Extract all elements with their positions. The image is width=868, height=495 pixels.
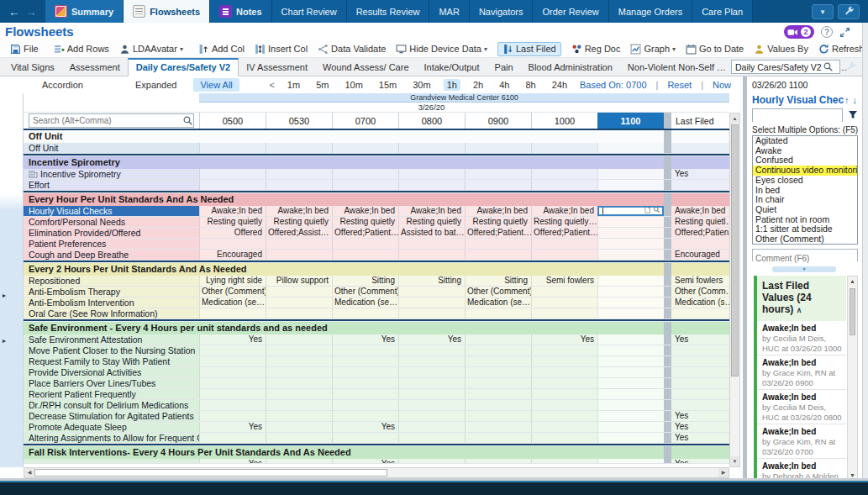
last-filed-button[interactable]: Last Filed <box>497 42 561 56</box>
last-filed-cell[interactable] <box>671 400 729 410</box>
row-label-reorient-patient-frequently[interactable]: Reorient Patient Frequently <box>24 389 199 399</box>
time-column-0500[interactable]: 0500 <box>199 113 266 129</box>
scroll-up-icon[interactable]: ▲ <box>848 278 857 284</box>
search-icon[interactable] <box>653 206 660 216</box>
cell-0900[interactable] <box>465 378 531 388</box>
cell-1100[interactable] <box>597 298 664 308</box>
last-filed-cell[interactable]: Yes <box>671 411 729 421</box>
cell-0800[interactable] <box>398 308 465 319</box>
cell-0500[interactable] <box>199 389 266 399</box>
cell-0700[interactable] <box>332 411 398 421</box>
search-icon[interactable] <box>823 61 834 72</box>
cell-0500[interactable]: Yes <box>199 422 266 432</box>
cell-1100[interactable] <box>597 276 664 286</box>
cell-1100[interactable] <box>597 239 664 249</box>
horizontal-scroll-thumb[interactable] <box>34 469 387 477</box>
cell-0900[interactable] <box>465 367 531 377</box>
cell-0900[interactable] <box>465 308 531 319</box>
option-other-comment[interactable]: Other (Comment) <box>753 234 857 245</box>
last-filed-cell[interactable] <box>671 378 729 388</box>
cell-0500[interactable]: Resting quietly <box>199 217 266 227</box>
cell-0900[interactable]: Offered;Patient… <box>465 228 531 238</box>
option-quiet[interactable]: Quiet <box>753 205 857 215</box>
cell-1100[interactable] <box>597 367 664 377</box>
activity-tab-care-plan[interactable]: Care Plan <box>692 0 753 23</box>
cell-0530[interactable] <box>266 459 332 463</box>
last-filed-title[interactable]: Last Filed Values (24 hours) ∧ <box>757 276 846 321</box>
last-filed-cell[interactable] <box>671 239 729 249</box>
activity-overflow-button[interactable]: ▾ <box>812 4 834 19</box>
cell-0800[interactable] <box>398 459 465 463</box>
go-to-date-button[interactable]: Go to Date <box>681 42 749 56</box>
comment-input[interactable] <box>753 253 857 264</box>
cell-1100[interactable] <box>597 287 664 297</box>
row-label-oral-care-see-row-information[interactable]: Oral Care (See Row Information) <box>24 308 199 319</box>
cell-0500[interactable]: Medication (se… <box>199 298 266 308</box>
cell-1000[interactable] <box>531 239 597 249</box>
cell-1000[interactable] <box>531 411 597 421</box>
last-filed-cell[interactable] <box>671 389 729 399</box>
cell-0700[interactable]: Yes <box>332 334 398 345</box>
cell-1100[interactable] <box>597 169 664 179</box>
cell-1000[interactable] <box>531 143 597 153</box>
cell-1000[interactable] <box>531 433 597 443</box>
cell-1100[interactable] <box>597 389 664 399</box>
interval-2h[interactable]: 2h <box>470 79 487 91</box>
activity-tab-order-review[interactable]: Order Review <box>533 0 608 23</box>
template-tab-intake-output[interactable]: Intake/Output <box>417 60 487 76</box>
cell-0500[interactable] <box>199 378 266 388</box>
activity-tab-manage-orders[interactable]: Manage Orders <box>609 0 692 23</box>
last-filed-cell[interactable]: Yes <box>671 433 729 443</box>
cell-0800[interactable] <box>398 298 465 308</box>
cell-1100[interactable] <box>597 378 664 388</box>
cell-1100[interactable] <box>597 228 664 238</box>
last-filed-cell[interactable]: Semi fowlers <box>671 276 729 286</box>
panel-collapse-handle[interactable]: ▼ <box>772 266 836 272</box>
cell-0700[interactable]: Yes <box>332 459 398 463</box>
last-filed-cell[interactable]: Offered;Patien… <box>671 228 729 238</box>
last-filed-cell[interactable]: Encouraged <box>671 250 729 260</box>
cell-0800[interactable] <box>398 287 465 297</box>
cell-1100[interactable] <box>597 433 664 443</box>
add-rows-button[interactable]: Add Rows <box>49 42 114 56</box>
time-column-1100[interactable]: 1100 <box>597 113 664 129</box>
reset-link[interactable]: Reset <box>667 80 692 90</box>
view-mode-accordion[interactable]: Accordion <box>35 78 90 92</box>
option-agitated[interactable]: Agitated <box>753 136 857 146</box>
cell-0700[interactable] <box>332 239 398 249</box>
cell-0800[interactable] <box>398 389 465 399</box>
cell-0530[interactable] <box>266 308 332 319</box>
row-label-provide-diversional-activities[interactable]: Provide Diversional Activities <box>24 367 199 377</box>
activity-tab-results-review[interactable]: Results Review <box>347 0 430 23</box>
cell-0700[interactable] <box>332 308 398 319</box>
ldaavatar-button[interactable]: LDAAvatar▾ <box>114 42 188 56</box>
cell-0800[interactable] <box>398 422 465 432</box>
last-filed-cell[interactable]: Other (Comm… <box>671 287 729 297</box>
cell-0900[interactable]: Other (Comment) <box>465 287 531 297</box>
interval-24h[interactable]: 24h <box>549 79 571 91</box>
last-filed-entry[interactable]: Awake;In bedby Cecilia M Deis, HUC at 03… <box>757 321 846 355</box>
scroll-left-icon[interactable]: ◀ <box>24 468 34 477</box>
interval-10m[interactable]: 10m <box>341 79 366 91</box>
cell-1100[interactable] <box>597 459 664 463</box>
workspace-wrench-button[interactable] <box>838 4 860 19</box>
last-filed-cell[interactable]: Yes <box>671 459 729 463</box>
section-header[interactable]: Incentive Spirometry <box>24 156 729 169</box>
active-edit-cell[interactable] <box>597 206 664 216</box>
section-header[interactable]: Off Unit <box>24 130 729 143</box>
cell-0900[interactable] <box>465 334 531 345</box>
filter-funnel-icon[interactable] <box>848 109 858 119</box>
frozen-splitter[interactable] <box>664 113 671 129</box>
row-label-dr-rph-consult-for-delirium-medications[interactable]: Dr./RPH consult for Delirium Medications <box>24 400 199 410</box>
section-header[interactable]: Every 2 Hours Per Unit Standards And As … <box>24 263 729 276</box>
cell-0530[interactable] <box>266 378 332 388</box>
last-filed-cell[interactable]: Yes <box>671 334 729 345</box>
cell-0900[interactable] <box>465 250 531 260</box>
cell-0800[interactable] <box>398 239 465 249</box>
cell-0700[interactable]: Sitting <box>332 276 398 286</box>
cell-0500[interactable]: Yes <box>199 459 266 463</box>
activity-tab-mar[interactable]: MAR <box>429 0 469 23</box>
cell-0530[interactable]: Offered;Assist… <box>266 228 332 238</box>
cell-0530[interactable] <box>266 367 332 377</box>
last-filed-cell[interactable]: Resting quietl… <box>671 217 729 227</box>
